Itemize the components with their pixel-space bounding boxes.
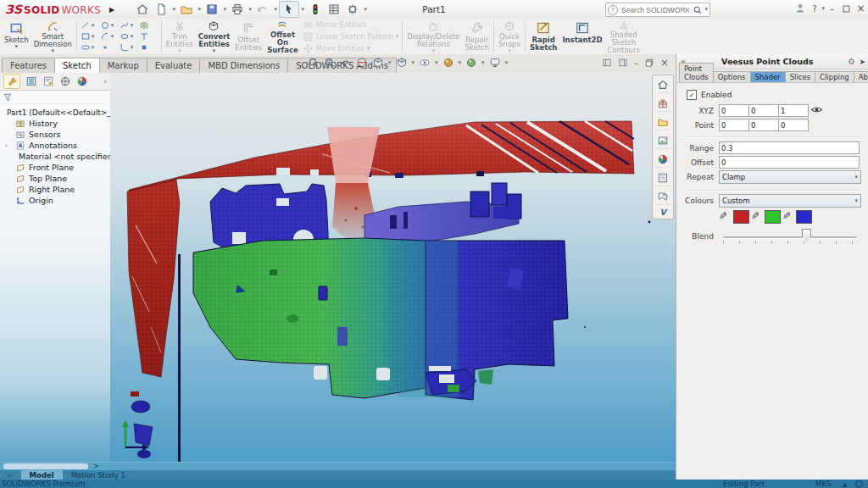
point-y-input[interactable] [748, 119, 779, 131]
line-tool[interactable]: ▾ [81, 20, 99, 30]
scroll-right-arrow[interactable]: > [93, 463, 99, 470]
custom-properties-icon[interactable] [655, 170, 670, 186]
rapid-sketch-button[interactable]: Rapid Sketch [527, 19, 559, 54]
offset-input[interactable] [719, 156, 860, 169]
dimxpert-manager-tab[interactable] [59, 75, 71, 87]
status-units-label[interactable]: MKS [815, 480, 831, 488]
forum-icon[interactable] [655, 189, 670, 205]
xyz-x-input[interactable] [719, 104, 749, 117]
display-style-caret[interactable]: ▾ [412, 60, 415, 66]
edit-colour2-pencil-icon[interactable]: ✎ [751, 210, 760, 222]
colour-swatch-green[interactable] [765, 210, 781, 224]
model-tab[interactable]: Model [21, 470, 63, 480]
trim-entities-button[interactable]: Trim Entities▾ [164, 19, 196, 54]
property-manager-tab[interactable] [25, 75, 37, 87]
status-units-caret[interactable]: ▲ [843, 481, 847, 487]
search-icon[interactable] [693, 5, 703, 15]
veesus-pane-tab[interactable]: V [659, 208, 666, 217]
tab-mbd-dimensions[interactable]: MBD Dimensions [199, 58, 288, 73]
smart-dimension-button[interactable]: Smart Dimension▾ [31, 19, 75, 54]
tab-slices[interactable]: Slices [785, 71, 815, 82]
appearance-caret[interactable]: ▾ [459, 60, 462, 66]
search-caret[interactable]: ▾ [704, 7, 708, 13]
design-library-icon[interactable] [655, 96, 670, 112]
previous-view-icon[interactable] [340, 57, 352, 69]
graphics-viewport[interactable] [110, 73, 676, 462]
scrollbar-thumb[interactable] [3, 463, 88, 469]
edit-colour1-pencil-icon[interactable]: ✎ [719, 210, 727, 222]
filter-funnel-icon[interactable] [3, 92, 13, 103]
tree-item-sensors[interactable]: Sensors [0, 129, 110, 140]
select-tool-button[interactable] [279, 1, 299, 18]
open-caret[interactable]: ▾ [196, 7, 203, 13]
menu-flyout-icon[interactable]: ▶ [109, 6, 114, 14]
tree-item-annotations[interactable]: › Annotations [0, 140, 110, 151]
tab-clipping[interactable]: Clipping [815, 71, 854, 82]
sketch-button[interactable]: Sketch▾ [2, 19, 31, 54]
view-orientation-caret[interactable]: ▾ [388, 60, 392, 66]
doc-minimize-icon[interactable]: – [634, 58, 638, 68]
display-style-icon[interactable] [396, 57, 408, 69]
tree-item-top-plane[interactable]: Top Plane [0, 173, 110, 184]
point-x-input[interactable] [719, 119, 749, 131]
help-search-box[interactable]: ? ▾ [605, 3, 710, 17]
view-palette-icon[interactable] [655, 133, 670, 149]
new-document-caret[interactable]: ▾ [170, 7, 177, 13]
resources-home-icon[interactable] [655, 77, 670, 93]
section-view-icon[interactable] [356, 57, 368, 69]
configuration-manager-tab[interactable] [42, 75, 54, 87]
fillet-tool[interactable]: ▾ [120, 42, 138, 53]
motion-study-tab[interactable]: Motion Study 1 [63, 470, 134, 480]
tree-expand-arrow[interactable]: › [103, 77, 107, 86]
display-manager-tab[interactable] [76, 75, 88, 87]
apply-scene-icon[interactable] [465, 57, 477, 69]
xpress-products-button[interactable] [306, 2, 325, 17]
range-input[interactable] [719, 141, 860, 154]
point-z-input[interactable] [778, 119, 809, 131]
scene-caret[interactable]: ▾ [481, 60, 485, 66]
tree-item-material[interactable]: Material <not specified> [0, 151, 110, 162]
xyz-visibility-eye-icon[interactable] [810, 104, 823, 115]
surface-mesh-tool[interactable] [139, 20, 158, 30]
colour-swatch-blue[interactable] [796, 210, 812, 224]
settings-gear-button[interactable] [343, 2, 362, 17]
maximize-button[interactable] [839, 2, 854, 15]
pane-left-icon[interactable] [602, 58, 612, 68]
colour-swatch-red[interactable] [733, 210, 749, 224]
text-tool[interactable] [139, 31, 158, 42]
repeat-dropdown[interactable]: Clamp▾ [719, 170, 861, 184]
hide-show-caret[interactable]: ▾ [435, 60, 438, 66]
pane-right-icon[interactable] [618, 58, 628, 68]
tab-about[interactable]: About [854, 71, 868, 82]
panel-settings-gear-icon[interactable] [844, 57, 859, 66]
ellipse-tool[interactable]: ▾ [120, 31, 138, 42]
xyz-z-input[interactable] [778, 104, 809, 117]
point-tool[interactable] [100, 42, 119, 53]
hide-show-items-icon[interactable] [419, 57, 431, 69]
zoom-to-fit-icon[interactable] [308, 57, 320, 69]
file-explorer-icon[interactable] [655, 114, 670, 130]
linear-sketch-pattern-button[interactable]: Linear Sketch Pattern▾ [303, 31, 399, 42]
offset-on-surface-button[interactable]: Offset On Surface [264, 19, 301, 54]
search-input[interactable] [620, 5, 691, 15]
display-delete-relations-button[interactable]: Display/Delete Relations▾ [404, 19, 462, 54]
help-button[interactable]: ? [807, 2, 821, 15]
print-button[interactable] [228, 2, 247, 17]
spline-tool[interactable]: ▾ [120, 20, 138, 30]
appearances-scenes-icon[interactable] [655, 152, 670, 168]
edit-colour3-pencil-icon[interactable]: ✎ [782, 210, 791, 222]
blend-slider-track[interactable] [723, 236, 857, 239]
tree-item-origin[interactable]: Origin [0, 195, 110, 206]
tree-item-history[interactable]: History [0, 118, 110, 129]
arc-tool[interactable]: ▾ [100, 31, 119, 42]
tab-shader[interactable]: Shader [750, 71, 786, 82]
save-button[interactable] [203, 2, 221, 17]
xyz-y-input[interactable] [748, 104, 779, 117]
save-caret[interactable]: ▾ [221, 7, 228, 13]
tab-sketch[interactable]: Sketch [54, 58, 100, 73]
tab-scroll-arrows[interactable]: «‹ [0, 470, 21, 480]
minimize-button[interactable]: – [825, 2, 839, 15]
doc-restore-icon[interactable] [644, 58, 654, 68]
offset-entities-button[interactable]: Offset Entities [232, 19, 264, 54]
tab-evaluate[interactable]: Evaluate [147, 58, 201, 73]
